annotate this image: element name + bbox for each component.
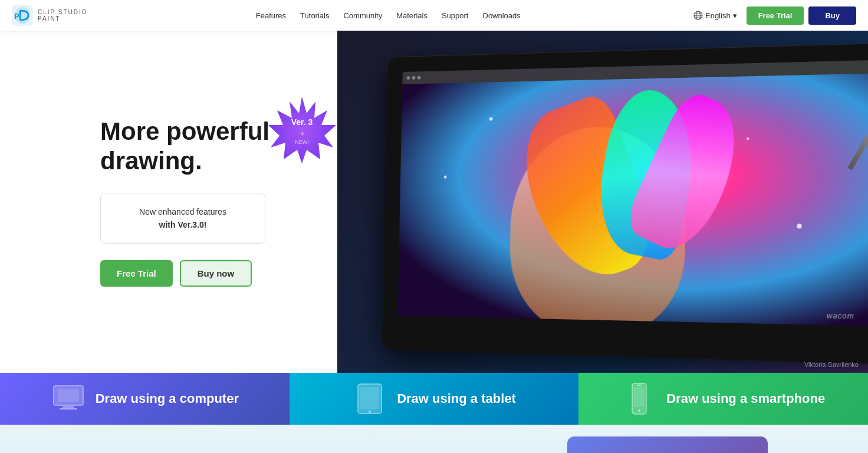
nav-link-materials[interactable]: Materials (396, 11, 428, 20)
hero-free-trial-button[interactable]: Free Trial (100, 260, 173, 287)
logo-icon: P (12, 5, 33, 26)
device-card-computer[interactable]: Draw using a computer (0, 373, 290, 425)
tablet-screen (398, 60, 868, 326)
nav-free-trial-button[interactable]: Free Trial (747, 6, 804, 25)
nav-buy-button[interactable]: Buy (808, 6, 856, 25)
nav-links: Features Tutorials Community Materials S… (256, 10, 521, 21)
svg-rect-20 (634, 387, 645, 407)
hero-subtitle-line1: New enhanced features (139, 207, 226, 216)
logo-text: CLIP STUDIO PAINT (38, 9, 88, 22)
svg-rect-13 (58, 389, 79, 402)
computer-icon (51, 381, 86, 416)
device-card-smartphone[interactable]: Draw using a smartphone (578, 373, 868, 425)
svg-rect-14 (63, 406, 74, 408)
globe-icon (693, 11, 703, 20)
hero-buttons: Free Trial Buy now (100, 260, 354, 287)
svg-rect-17 (360, 387, 379, 409)
svg-text:＋: ＋ (299, 130, 305, 137)
chevron-down-icon: ▾ (733, 11, 737, 20)
artwork-area (398, 74, 868, 326)
toolbar-dot-3 (417, 76, 421, 80)
device-strip: Draw using a computer Draw using a table… (0, 373, 868, 425)
hero-subtitle-box: New enhanced features with Ver.3.0! (100, 193, 265, 244)
device-card-tablet[interactable]: Draw using a tablet (290, 373, 579, 425)
computer-label: Draw using a computer (96, 391, 239, 406)
hero-image: wacom Viktoria Gavrilenko (337, 31, 868, 373)
bottom-image-area (544, 436, 768, 453)
tablet-icon (352, 381, 387, 416)
nav-link-tutorials[interactable]: Tutorials (300, 11, 329, 20)
hero-section: More powerful drawing. New enhanced feat… (0, 31, 868, 373)
sparkle-2 (747, 137, 749, 140)
sparkle-1 (489, 117, 493, 120)
tablet-device: wacom (382, 43, 868, 365)
sparkle-3 (797, 224, 803, 228)
language-selector[interactable]: English ▾ (689, 8, 742, 22)
toolbar-dot-1 (407, 76, 410, 80)
hero-buy-now-button[interactable]: Buy now (180, 260, 252, 287)
hero-content: More powerful drawing. New enhanced feat… (0, 31, 377, 373)
hero-image-background: wacom (337, 31, 868, 373)
bottom-section: Draw as you like, in the style you like (0, 425, 868, 453)
svg-text:NEW!: NEW! (295, 139, 309, 145)
lang-label: English (705, 11, 731, 20)
wacom-logo: wacom (827, 311, 854, 321)
version-badge: Ver. 3 ＋ NEW! (268, 96, 336, 166)
hero-subtitle-line2: with Ver.3.0! (159, 220, 207, 229)
nav-link-support[interactable]: Support (442, 11, 469, 20)
svg-point-21 (638, 409, 640, 412)
sparkle-4 (444, 176, 447, 179)
logo[interactable]: P CLIP STUDIO PAINT (12, 5, 88, 26)
nav-link-downloads[interactable]: Downloads (483, 11, 521, 20)
tablet-label: Draw using a tablet (397, 391, 516, 406)
svg-rect-22 (637, 385, 642, 386)
attribution-text: Viktoria Gavrilenko (804, 361, 859, 368)
smartphone-icon (622, 381, 657, 416)
version-badge-svg: Ver. 3 ＋ NEW! (268, 96, 336, 163)
svg-text:P: P (14, 12, 19, 21)
toolbar-dot-2 (412, 76, 416, 80)
nav-link-community[interactable]: Community (343, 11, 382, 20)
smartphone-label: Draw using a smartphone (666, 391, 825, 406)
navbar: P CLIP STUDIO PAINT Features Tutorials C… (0, 0, 868, 31)
svg-text:Ver. 3: Ver. 3 (291, 117, 313, 127)
svg-point-18 (369, 411, 371, 413)
svg-rect-15 (60, 408, 77, 410)
nav-link-features[interactable]: Features (256, 11, 286, 20)
bottom-device-mockup (567, 436, 768, 453)
nav-right: English ▾ Free Trial Buy (689, 6, 856, 25)
